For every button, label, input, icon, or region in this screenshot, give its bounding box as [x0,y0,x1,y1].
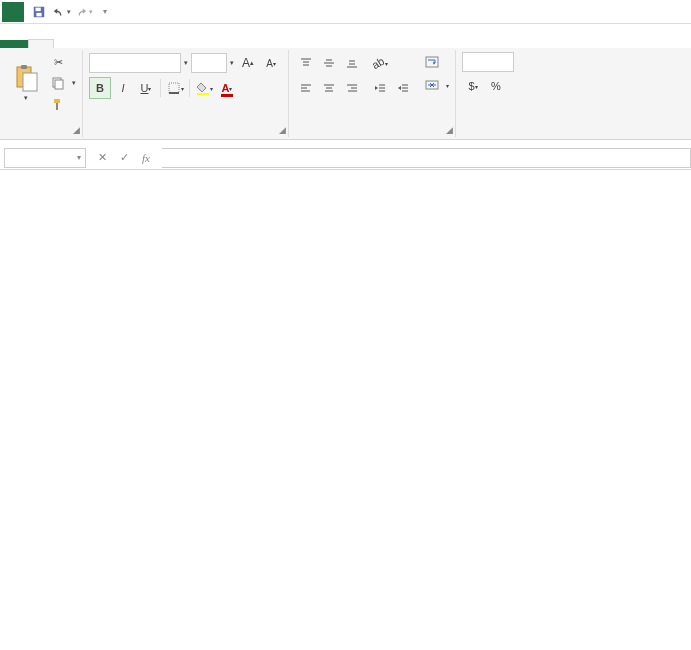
font-name-select[interactable] [89,53,181,73]
increase-font-button[interactable]: A▴ [237,52,259,74]
group-number: $▾ % [456,50,520,137]
copy-icon [50,75,66,91]
merge-icon [424,77,440,93]
percent-button[interactable]: % [485,75,507,97]
orientation-button[interactable]: ab▾ [369,52,391,74]
align-right-button[interactable] [341,77,363,99]
decrease-font-button[interactable]: A▾ [260,52,282,74]
tab-data[interactable] [126,40,150,48]
insert-function-button[interactable]: fx [136,148,156,168]
paste-button[interactable]: ▾ [6,52,46,114]
customize-qat-button[interactable]: ▾ [94,2,116,22]
svg-rect-13 [221,94,233,97]
tab-page-layout[interactable] [78,40,102,48]
save-button[interactable] [28,2,50,22]
cancel-formula-button[interactable]: ✕ [92,148,112,168]
copy-button[interactable]: ▾ [50,73,76,93]
svg-rect-9 [56,103,58,110]
tab-developer[interactable] [198,40,222,48]
align-left-button[interactable] [295,77,317,99]
group-font: ▾ ▾ A▴ A▾ B I U▾ ▾ ▾ A ▾ [83,50,289,137]
tab-view[interactable] [174,40,198,48]
group-clipboard: ▾ ✂ ▾ [0,50,83,137]
font-dialog-launcher[interactable]: ◢ [279,125,286,135]
number-format-select[interactable] [462,52,514,72]
tab-review[interactable] [150,40,174,48]
clipboard-dialog-launcher[interactable]: ◢ [73,125,80,135]
excel-logo [2,2,24,22]
svg-rect-38 [426,57,438,67]
increase-indent-button[interactable] [392,77,414,99]
svg-rect-12 [197,93,209,95]
wrap-text-icon [424,54,440,70]
italic-button[interactable]: I [112,77,134,99]
svg-rect-8 [54,99,60,103]
tab-home[interactable] [28,39,54,48]
svg-rect-4 [21,65,27,69]
tab-formulas[interactable] [102,40,126,48]
currency-button[interactable]: $▾ [462,75,484,97]
align-center-button[interactable] [318,77,340,99]
svg-rect-7 [55,80,63,89]
undo-button[interactable]: ▾ [50,2,72,22]
svg-rect-2 [36,12,41,16]
underline-button[interactable]: U▾ [135,77,157,99]
scissors-icon: ✂ [50,54,66,70]
tab-file[interactable] [0,40,28,48]
brush-icon [50,96,66,112]
tab-insert[interactable] [54,40,78,48]
alignment-group-label [295,133,449,135]
name-box[interactable]: ▾ [4,148,86,168]
align-top-button[interactable] [295,52,317,74]
ribbon: ▾ ✂ ▾ [0,48,691,140]
wrap-text-button[interactable] [424,52,449,72]
number-group-label [462,133,514,135]
svg-rect-1 [36,7,41,11]
borders-button[interactable]: ▾ [164,77,186,99]
font-size-select[interactable] [191,53,227,73]
svg-rect-10 [169,83,179,93]
formula-input[interactable] [162,148,691,168]
formula-bar: ▾ ✕ ✓ fx [0,146,691,170]
decrease-indent-button[interactable] [369,77,391,99]
cut-button[interactable]: ✂ [50,52,76,72]
enter-formula-button[interactable]: ✓ [114,148,134,168]
merge-center-button[interactable]: ▾ [424,75,449,95]
clipboard-group-label [6,133,76,135]
redo-button[interactable]: ▾ [72,2,94,22]
quick-access-toolbar: ▾ ▾ ▾ [0,0,691,24]
group-alignment: ab▾ ▾ [289,50,456,137]
align-middle-button[interactable] [318,52,340,74]
ribbon-tabs [0,24,691,48]
bold-button[interactable]: B [89,77,111,99]
format-painter-button[interactable] [50,94,76,114]
font-group-label [89,133,282,135]
font-color-button[interactable]: A ▾ [216,77,238,99]
fill-color-button[interactable]: ▾ [193,77,215,99]
svg-rect-5 [23,73,37,91]
alignment-dialog-launcher[interactable]: ◢ [446,125,453,135]
align-bottom-button[interactable] [341,52,363,74]
chevron-down-icon: ▾ [77,153,81,162]
